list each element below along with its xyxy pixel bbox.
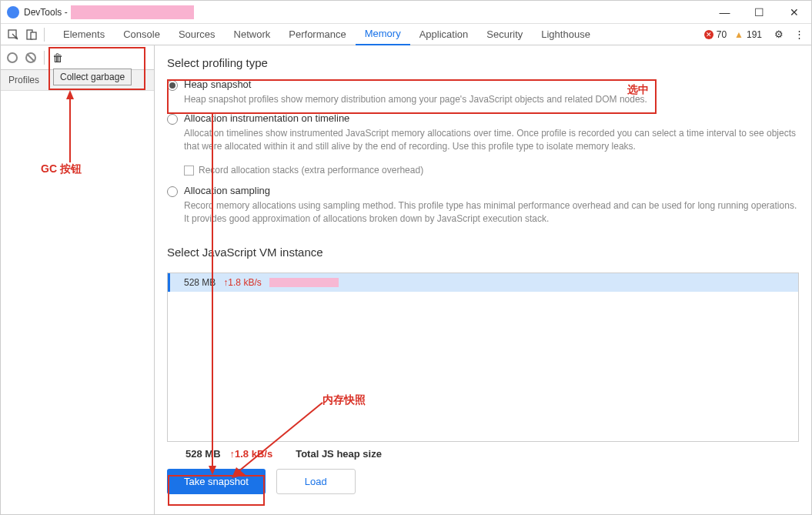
profiling-type-heading: Select profiling type — [167, 56, 799, 69]
tab-security[interactable]: Security — [477, 24, 532, 45]
device-icon[interactable] — [22, 25, 41, 44]
record-stacks-checkbox[interactable] — [184, 166, 194, 176]
vm-size: 528 MB — [184, 277, 216, 288]
option-allocation-timeline[interactable]: Allocation instrumentation on timeline A… — [167, 112, 799, 153]
footer-size: 528 MB — [185, 448, 221, 460]
gc-tooltip: Collect garbage — [53, 69, 132, 85]
vm-instance-row[interactable]: 528 MB ↑1.8 kB/s — [168, 273, 798, 292]
vm-rate: ↑1.8 kB/s — [223, 277, 261, 288]
warning-icon: ▲ — [734, 29, 743, 40]
tab-elements[interactable]: Elements — [54, 24, 114, 45]
maximize-button[interactable]: ☐ — [742, 1, 777, 24]
window-title: DevTools - — [24, 7, 68, 18]
heap-snapshot-title: Heap snapshot — [184, 79, 799, 90]
take-snapshot-button[interactable]: Take snapshot — [167, 469, 266, 494]
titlebar: DevTools - — ☐ ✕ — [1, 1, 811, 24]
vm-instance-list: 528 MB ↑1.8 kB/s — [167, 273, 799, 442]
footer-label: Total JS heap size — [296, 448, 382, 460]
title-redaction — [71, 5, 194, 19]
clear-icon[interactable] — [25, 52, 36, 63]
garbage-collect-icon[interactable]: 🗑 — [52, 52, 63, 64]
vm-instance-heading: Select JavaScript VM instance — [167, 246, 799, 259]
tab-network[interactable]: Network — [225, 24, 280, 45]
devtools-icon — [7, 6, 19, 18]
svg-rect-3 — [31, 32, 36, 39]
tab-application[interactable]: Application — [410, 24, 478, 45]
record-stacks-row[interactable]: Record allocation stacks (extra performa… — [184, 165, 799, 176]
error-count[interactable]: 70 — [717, 29, 727, 40]
devtools-toolbar: Elements Console Sources Network Perform… — [1, 24, 811, 45]
warning-count[interactable]: 191 — [747, 29, 762, 40]
load-button[interactable]: Load — [276, 469, 356, 494]
sidebar: 🗑 Profiles — [1, 45, 155, 514]
tab-sources[interactable]: Sources — [169, 24, 225, 45]
settings-icon[interactable]: ⚙ — [770, 25, 788, 44]
footer-stats: 528 MB ↑1.8 kB/s Total JS heap size — [167, 442, 799, 466]
error-icon: ✕ — [704, 30, 713, 39]
record-stacks-label: Record allocation stacks (extra performa… — [199, 165, 423, 176]
footer-rate: ↑1.8 kB/s — [230, 448, 273, 460]
tab-lighthouse[interactable]: Lighthouse — [532, 24, 600, 45]
minimize-button[interactable]: — — [707, 1, 742, 24]
allocation-timeline-title: Allocation instrumentation on timeline — [184, 112, 799, 124]
vm-bar — [269, 278, 339, 287]
radio-allocation-timeline[interactable] — [167, 114, 178, 125]
option-allocation-sampling[interactable]: Allocation sampling Record memory alloca… — [167, 185, 799, 226]
inspect-icon[interactable] — [4, 25, 22, 44]
radio-heap-snapshot[interactable] — [167, 80, 178, 91]
option-heap-snapshot[interactable]: Heap snapshot Heap snapshot profiles sho… — [167, 79, 799, 106]
close-button[interactable]: ✕ — [777, 1, 811, 24]
more-icon[interactable]: ⋮ — [790, 25, 808, 44]
panel-tabs: Elements Console Sources Network Perform… — [54, 24, 600, 45]
radio-allocation-sampling[interactable] — [167, 186, 178, 197]
tab-performance[interactable]: Performance — [279, 24, 355, 45]
heap-snapshot-desc: Heap snapshot profiles show memory distr… — [184, 93, 799, 106]
allocation-timeline-desc: Allocation timelines show instrumented J… — [184, 127, 799, 153]
tab-memory[interactable]: Memory — [356, 24, 410, 45]
allocation-sampling-title: Allocation sampling — [184, 185, 799, 196]
memory-panel: Select profiling type Heap snapshot Heap… — [155, 45, 811, 514]
allocation-sampling-desc: Record memory allocations using sampling… — [184, 199, 799, 226]
record-icon[interactable] — [7, 52, 18, 63]
tab-console[interactable]: Console — [114, 24, 169, 45]
